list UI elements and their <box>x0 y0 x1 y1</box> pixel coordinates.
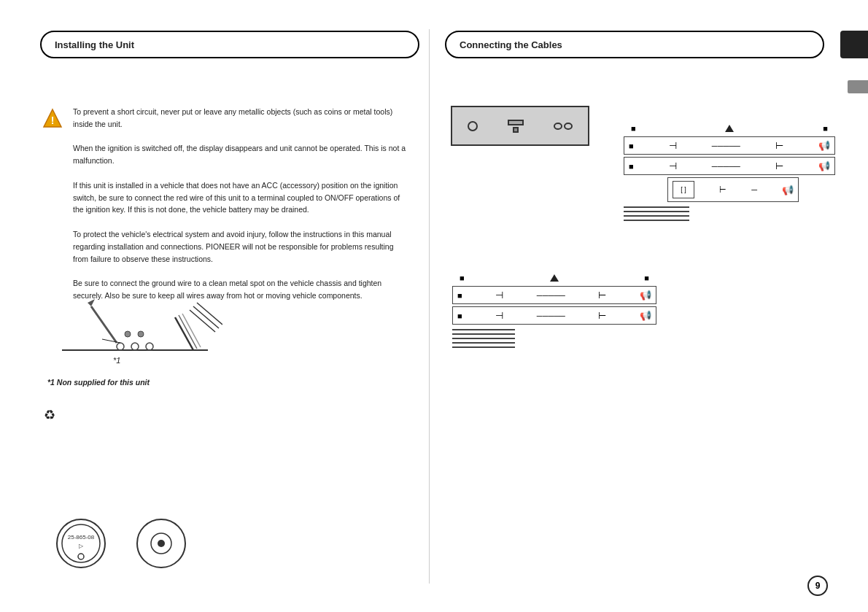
header-pill-left: Installing the Unit <box>40 31 419 58</box>
circle-icon-left: 25-865-08 ▷ <box>55 517 107 570</box>
svg-marker-7 <box>88 299 95 306</box>
page-divider <box>429 29 430 584</box>
page-number: 9 <box>807 576 828 596</box>
svg-point-15 <box>125 331 131 337</box>
svg-text:*1: *1 <box>113 356 120 365</box>
svg-line-17 <box>102 339 120 343</box>
svg-text:25-865-08: 25-865-08 <box>68 534 95 541</box>
header-right-title: Connecting the Cables <box>460 39 562 50</box>
speaker-diagram-right: ■ ■ ■ ⊣ ───── ⊢ 📢 ■ ⊣ ───── ⊢ 📢 [ ] ⊢ ─ … <box>624 124 835 221</box>
svg-line-11 <box>190 310 215 332</box>
svg-point-3 <box>117 343 124 350</box>
recycle-icon: ♻ <box>44 407 55 423</box>
svg-point-4 <box>131 343 139 350</box>
left-body-text: To prevent a short circuit, never put or… <box>73 106 408 302</box>
circle-icon-right <box>135 517 187 570</box>
device-box <box>451 106 589 146</box>
speaker-diagram-lower: ■ ■ ■ ⊣ ───── ⊢ 📢 ■ ⊣ ───── ⊢ 📢 <box>452 274 656 348</box>
svg-point-5 <box>146 343 153 350</box>
installation-diagram: *1 <box>47 277 222 372</box>
right-bar <box>848 80 868 93</box>
svg-line-6 <box>91 306 117 343</box>
svg-point-22 <box>78 554 84 559</box>
note-text: *1 Non supplied for this unit <box>47 378 150 387</box>
svg-line-13 <box>197 303 222 325</box>
svg-line-8 <box>175 317 193 350</box>
svg-line-12 <box>193 306 219 328</box>
svg-line-10 <box>182 314 201 347</box>
svg-text:!: ! <box>51 115 55 126</box>
right-tab <box>840 31 868 58</box>
svg-line-9 <box>179 315 197 349</box>
header-pill-right: Connecting the Cables <box>445 31 824 58</box>
svg-point-16 <box>138 331 144 337</box>
svg-text:▷: ▷ <box>79 543 84 549</box>
header-left-title: Installing the Unit <box>55 39 134 50</box>
svg-point-25 <box>158 540 165 547</box>
warning-icon: ! <box>42 108 63 130</box>
